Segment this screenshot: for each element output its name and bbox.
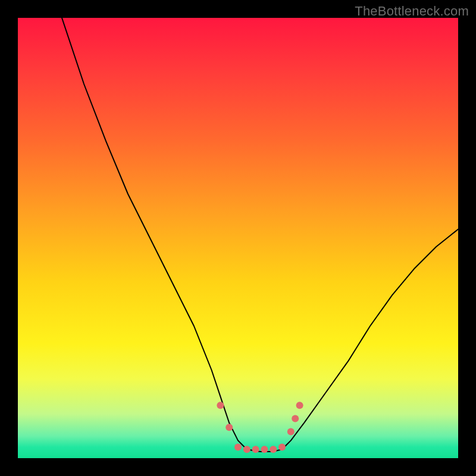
trough-dot bbox=[278, 444, 286, 451]
trough-dot bbox=[252, 446, 259, 453]
watermark-text: TheBottleneck.com bbox=[355, 4, 469, 19]
trough-dot bbox=[234, 444, 242, 451]
chart-svg bbox=[18, 18, 458, 458]
trough-dot bbox=[270, 446, 277, 453]
trough-dot bbox=[243, 446, 250, 453]
trough-dot bbox=[296, 402, 303, 409]
trough-dot bbox=[226, 424, 233, 431]
trough-dot bbox=[292, 415, 299, 422]
trough-dot bbox=[217, 402, 224, 409]
trough-dot bbox=[261, 446, 268, 453]
trough-dot bbox=[287, 428, 295, 436]
plot-area bbox=[18, 18, 458, 458]
chart-frame: TheBottleneck.com bbox=[0, 0, 476, 476]
